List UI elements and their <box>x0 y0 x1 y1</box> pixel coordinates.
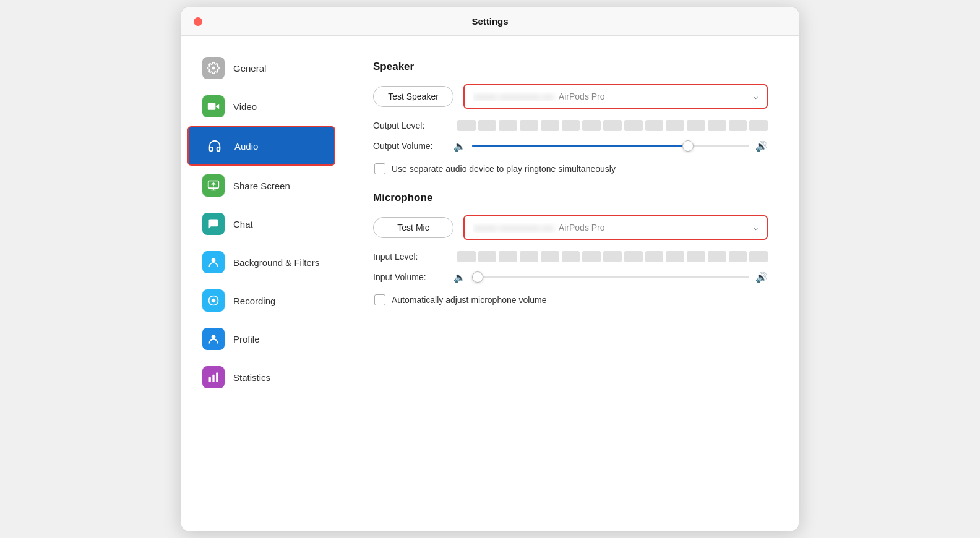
chevron-down-icon-mic: ⌵ <box>754 223 758 232</box>
slider-track <box>472 145 749 147</box>
level-bar-7 <box>582 120 601 131</box>
svg-rect-0 <box>208 103 216 110</box>
chevron-down-icon: ⌵ <box>754 92 758 101</box>
profile-icon <box>202 328 225 350</box>
in-level-bar-14 <box>729 251 747 262</box>
content-area: General Video <box>181 36 799 531</box>
in-level-bar-6 <box>562 251 580 262</box>
stats-icon <box>202 366 225 388</box>
level-bar-14 <box>729 120 747 131</box>
test-speaker-button[interactable]: Test Speaker <box>373 86 453 107</box>
in-level-bar-2 <box>478 251 497 262</box>
speaker-section-title: Speaker <box>373 61 768 73</box>
mic-blurred-text: xxxxxx xxxxxxxxxx.xxx <box>473 223 554 233</box>
sidebar-item-sharescreen[interactable]: Share Screen <box>187 167 335 204</box>
level-bar-4 <box>520 120 538 131</box>
mic-checkbox-row: Automatically adjust microphone volume <box>374 294 768 305</box>
sidebar-item-audio[interactable]: Audio <box>187 126 335 166</box>
level-bar-11 <box>666 120 684 131</box>
speaker-device-text: xxxxxx xxxxxxxxxx.xxx AirPods Pro <box>473 92 749 101</box>
level-bar-8 <box>603 120 622 131</box>
speaker-section: Speaker Test Speaker xxxxxx xxxxxxxxxx.x… <box>373 61 768 174</box>
sidebar-item-label-profile: Profile <box>233 334 260 344</box>
slider-fill <box>472 145 688 147</box>
in-level-bar-8 <box>603 251 622 262</box>
sidebar: General Video <box>181 36 342 531</box>
sidebar-item-label-recording: Recording <box>233 296 275 306</box>
gear-icon <box>202 57 225 79</box>
sidebar-item-general[interactable]: General <box>187 49 335 87</box>
sidebar-item-background[interactable]: Background & Filters <box>187 244 335 281</box>
in-level-bar-11 <box>666 251 684 262</box>
speaker-checkbox-label: Use separate audio device to play ringto… <box>392 164 616 174</box>
video-icon <box>202 95 225 117</box>
sidebar-item-recording[interactable]: Recording <box>187 282 335 319</box>
in-level-bar-5 <box>541 251 559 262</box>
level-bar-3 <box>499 120 517 131</box>
sidebar-item-label-audio: Audio <box>234 141 258 152</box>
settings-window: Settings General <box>181 7 799 531</box>
input-level-bars <box>457 251 768 262</box>
level-bar-15 <box>749 120 768 131</box>
output-volume-label: Output Volume: <box>373 141 447 151</box>
input-volume-slider[interactable] <box>472 271 749 283</box>
recording-icon <box>202 289 225 312</box>
input-slider-thumb[interactable] <box>472 271 483 283</box>
speaker-device-row: Test Speaker xxxxxx xxxxxxxxxx.xxx AirPo… <box>373 84 768 109</box>
input-loud-icon: 🔊 <box>755 271 768 283</box>
sidebar-item-label-chat: Chat <box>233 219 253 229</box>
slider-thumb[interactable] <box>682 140 694 152</box>
input-level-label: Input Level: <box>373 252 447 262</box>
bg-icon <box>202 251 225 273</box>
microphone-section: Microphone Test Mic xxxxxx xxxxxxxxxx.xx… <box>373 192 768 305</box>
svg-point-2 <box>212 258 216 262</box>
svg-point-4 <box>212 299 216 303</box>
chat-icon <box>202 213 225 235</box>
mic-checkbox-label: Automatically adjust microphone volume <box>392 295 547 305</box>
output-level-row: Output Level: <box>373 120 768 131</box>
output-level-bars <box>457 120 768 131</box>
sidebar-item-statistics[interactable]: Statistics <box>187 359 335 396</box>
speaker-checkbox[interactable] <box>374 163 385 174</box>
microphone-device-select-wrap: xxxxxx xxxxxxxxxx.xxx AirPods Pro ⌵ <box>463 215 768 240</box>
svg-rect-8 <box>216 373 218 382</box>
output-volume-slider[interactable] <box>472 140 749 152</box>
sidebar-item-profile[interactable]: Profile <box>187 320 335 357</box>
level-bar-10 <box>645 120 664 131</box>
svg-point-5 <box>212 335 216 339</box>
in-level-bar-1 <box>457 251 476 262</box>
in-level-bar-4 <box>520 251 538 262</box>
level-bar-13 <box>708 120 726 131</box>
output-volume-row: Output Volume: 🔈 🔊 <box>373 140 768 152</box>
sidebar-item-video[interactable]: Video <box>187 88 335 125</box>
speaker-select-inner[interactable]: xxxxxx xxxxxxxxxx.xxx AirPods Pro ⌵ <box>465 85 767 108</box>
in-level-bar-9 <box>624 251 643 262</box>
input-slider-track <box>472 276 749 278</box>
speaker-device-select-wrap: xxxxxx xxxxxxxxxx.xxx AirPods Pro ⌵ <box>463 84 768 109</box>
microphone-select-inner[interactable]: xxxxxx xxxxxxxxxx.xxx AirPods Pro ⌵ <box>465 216 767 239</box>
mute-icon: 🔈 <box>453 140 466 152</box>
microphone-device-name: AirPods Pro <box>559 223 605 233</box>
in-level-bar-7 <box>582 251 601 262</box>
sidebar-item-chat[interactable]: Chat <box>187 205 335 242</box>
sharescreen-icon <box>202 174 225 197</box>
window-title: Settings <box>471 16 508 27</box>
in-level-bar-15 <box>749 251 768 262</box>
close-button[interactable] <box>194 17 202 26</box>
level-bar-12 <box>687 120 705 131</box>
test-mic-button[interactable]: Test Mic <box>373 217 453 238</box>
titlebar: Settings <box>181 7 799 36</box>
in-level-bar-10 <box>645 251 664 262</box>
sidebar-item-label-statistics: Statistics <box>233 372 270 383</box>
microphone-device-row: Test Mic xxxxxx xxxxxxxxxx.xxx AirPods P… <box>373 215 768 240</box>
input-level-row: Input Level: <box>373 251 768 262</box>
output-level-label: Output Level: <box>373 121 447 130</box>
sidebar-item-label-video: Video <box>233 101 257 112</box>
input-volume-row: Input Volume: 🔈 🔊 <box>373 271 768 283</box>
input-volume-label: Input Volume: <box>373 272 447 282</box>
in-level-bar-12 <box>687 251 705 262</box>
loud-icon: 🔊 <box>755 140 768 152</box>
mic-checkbox[interactable] <box>374 294 385 305</box>
main-content: Speaker Test Speaker xxxxxx xxxxxxxxxx.x… <box>342 36 799 531</box>
headphone-icon <box>204 135 226 157</box>
